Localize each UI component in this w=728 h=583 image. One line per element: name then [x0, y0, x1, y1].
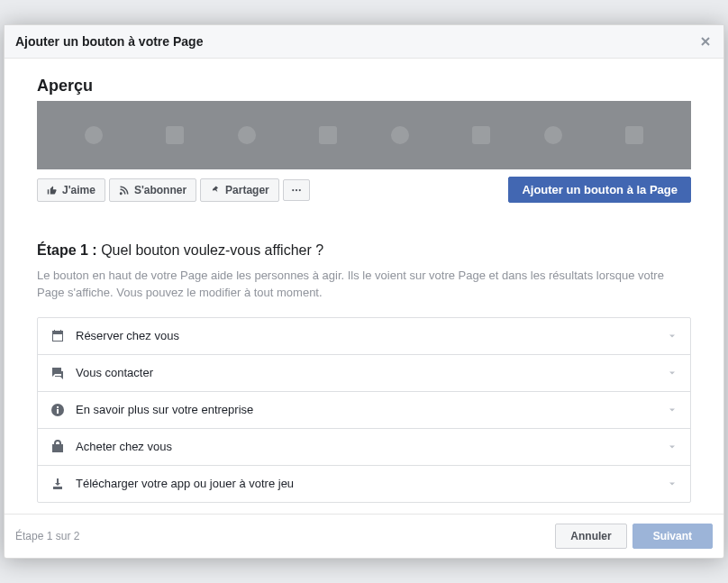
follow-label: S'abonner — [134, 184, 187, 196]
cover-pattern-icon — [37, 101, 691, 169]
svg-point-0 — [85, 126, 103, 144]
thumbs-up-icon — [47, 185, 58, 196]
modal-title: Ajouter un bouton à votre Page — [15, 34, 203, 49]
close-button[interactable] — [698, 34, 713, 49]
step-question: Quel bouton voulez-vous afficher ? — [97, 242, 323, 258]
add-cta-button[interactable]: Ajouter un bouton à la Page — [508, 177, 691, 203]
calendar-icon — [50, 329, 65, 343]
share-button[interactable]: Partager — [200, 178, 279, 202]
share-icon — [210, 185, 221, 196]
svg-point-8 — [292, 189, 294, 191]
svg-point-6 — [544, 126, 562, 144]
option-shop-label: Acheter chez vous — [76, 440, 667, 453]
svg-rect-1 — [166, 126, 184, 144]
step-prefix: Étape 1 : — [37, 242, 97, 258]
info-icon — [50, 403, 65, 417]
option-learn-label: En savoir plus sur votre entreprise — [76, 403, 667, 416]
svg-point-10 — [298, 189, 300, 191]
modal-body: Aperçu J'aime S'abonner — [5, 59, 723, 513]
svg-rect-5 — [472, 126, 490, 144]
option-learn[interactable]: En savoir plus sur votre entreprise — [38, 391, 690, 428]
step-heading: Étape 1 : Quel bouton voulez-vous affich… — [37, 242, 691, 259]
page-action-bar: J'aime S'abonner Partager Ajouter un bou… — [37, 177, 691, 203]
more-button[interactable] — [283, 179, 310, 201]
option-contact-label: Vous contacter — [76, 366, 667, 379]
svg-point-2 — [238, 126, 256, 144]
svg-point-9 — [296, 189, 297, 191]
share-label: Partager — [225, 184, 269, 196]
chevron-down-icon — [667, 368, 678, 378]
chevron-down-icon — [667, 478, 678, 489]
chevron-down-icon — [667, 331, 678, 342]
close-icon — [698, 34, 713, 49]
next-button[interactable]: Suivant — [632, 524, 713, 549]
cancel-button[interactable]: Annuler — [555, 524, 626, 549]
like-button[interactable]: J'aime — [37, 178, 105, 202]
step-progress: Étape 1 sur 2 — [15, 530, 79, 542]
step-description: Le bouton en haut de votre Page aide les… — [37, 268, 691, 300]
option-shop[interactable]: Acheter chez vous — [38, 428, 690, 465]
add-button-modal: Ajouter un bouton à votre Page Aperçu J'… — [4, 24, 724, 558]
ellipsis-icon — [291, 185, 302, 196]
option-download-label: Télécharger votre app ou jouer à votre j… — [76, 477, 667, 490]
svg-rect-12 — [57, 409, 59, 414]
rss-icon — [119, 185, 130, 196]
svg-rect-13 — [57, 406, 59, 408]
chevron-down-icon — [667, 442, 678, 452]
modal-header: Ajouter un bouton à votre Page — [5, 25, 723, 59]
option-book-label: Réserver chez vous — [76, 329, 667, 342]
preview-heading: Aperçu — [37, 77, 691, 96]
option-contact[interactable]: Vous contacter — [38, 354, 690, 391]
follow-button[interactable]: S'abonner — [109, 178, 196, 202]
option-download[interactable]: Télécharger votre app ou jouer à votre j… — [38, 465, 690, 502]
svg-rect-7 — [625, 126, 643, 144]
chat-icon — [50, 366, 65, 380]
cover-preview — [37, 101, 691, 169]
svg-point-4 — [391, 126, 409, 144]
option-book[interactable]: Réserver chez vous — [38, 318, 690, 354]
svg-rect-3 — [319, 126, 337, 144]
button-options-list: Réserver chez vous Vous contacter En sav… — [37, 317, 691, 503]
modal-footer: Étape 1 sur 2 Annuler Suivant — [5, 514, 723, 558]
chevron-down-icon — [667, 405, 678, 415]
like-label: J'aime — [62, 184, 96, 196]
bag-icon — [50, 440, 65, 454]
download-icon — [50, 477, 65, 491]
